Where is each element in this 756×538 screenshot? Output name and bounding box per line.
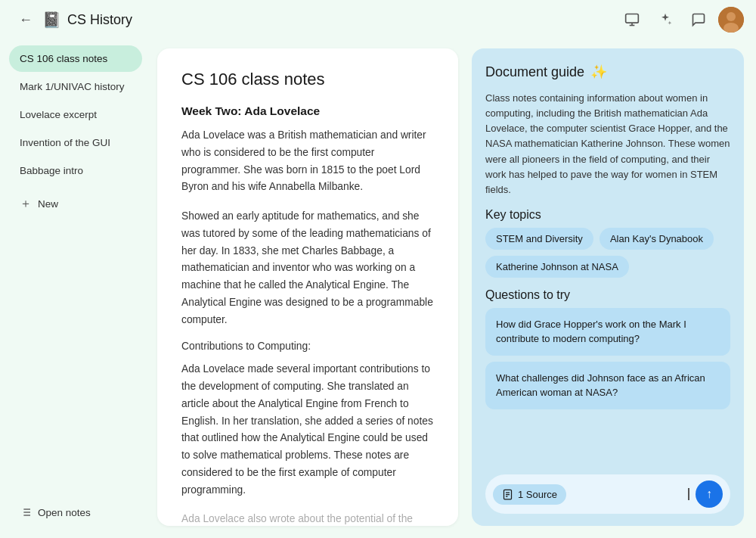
chat-input[interactable] [572, 488, 687, 500]
notebook-icon: 📓 [42, 11, 61, 29]
main-document: CS 106 class notes Week Two: Ada Lovelac… [157, 48, 458, 526]
back-button[interactable]: ← [12, 6, 39, 33]
topic-stem[interactable]: STEM and Diversity [485, 228, 593, 250]
input-field-area[interactable] [572, 488, 689, 500]
section-title: Week Two: Ada Lovelace [181, 104, 434, 118]
topic-katherine[interactable]: Katherine Johnson at NASA [485, 256, 629, 278]
document-title: CS 106 class notes [181, 70, 434, 89]
sidebar-item-gui[interactable]: Invention of the GUI [9, 129, 142, 156]
svg-rect-0 [626, 14, 639, 23]
document-guide-panel: Document guide ✨ Class notes containing … [472, 48, 744, 526]
guide-title: Document guide [485, 64, 584, 80]
guide-header: Document guide ✨ [485, 64, 730, 80]
contributions-heading: Contributions to Computing: [181, 341, 434, 352]
paragraph-2: Showed an early aptitude for mathematics… [181, 208, 434, 328]
paragraph-4: Ada Lovelace also wrote about the potent… [181, 511, 434, 526]
questions-section: Questions to try How did Grace Hopper's … [485, 288, 730, 415]
lines-icon [20, 506, 32, 518]
paragraph-1: Ada Lovelace was a British mathematician… [181, 127, 434, 196]
plus-icon: ＋ [20, 196, 32, 212]
content-area: CS 106 class notes Week Two: Ada Lovelac… [151, 39, 756, 538]
ai-button[interactable] [652, 6, 679, 33]
sidebar-bottom: Open notes [9, 493, 142, 532]
sidebar: CS 106 class notes Mark 1/UNIVAC history… [0, 39, 151, 538]
topic-alan[interactable]: Alan Kay's Dynabook [600, 228, 714, 250]
question-2[interactable]: What challenges did Johnson face as an A… [485, 362, 730, 409]
questions-header: Questions to try [485, 288, 730, 302]
paragraph-3: Ada Lovelace made several important cont… [181, 361, 434, 499]
sidebar-item-lovelace[interactable]: Lovelace excerpt [9, 101, 142, 128]
new-note-button[interactable]: ＋ New [9, 188, 142, 219]
input-bar: 1 Source ↑ [485, 474, 730, 514]
send-button[interactable]: ↑ [696, 480, 723, 508]
key-topics-section: Key topics STEM and Diversity Alan Kay's… [485, 208, 730, 278]
guide-description: Class notes containing information about… [485, 91, 730, 197]
source-button[interactable]: 1 Source [493, 484, 566, 505]
source-label: 1 Source [518, 489, 557, 500]
nav-logo: 📓 CS History [42, 11, 132, 29]
text-cursor [688, 488, 689, 500]
svg-point-4 [727, 12, 736, 21]
document-icon [502, 489, 513, 500]
chat-button[interactable] [685, 6, 712, 33]
sparkle-icon: ✨ [590, 64, 607, 80]
present-button[interactable] [618, 6, 646, 33]
sidebar-item-cs106[interactable]: CS 106 class notes [9, 45, 142, 72]
question-1[interactable]: How did Grace Hopper's work on the Mark … [485, 308, 730, 356]
key-topics-header: Key topics [485, 208, 730, 222]
topics-chips: STEM and Diversity Alan Kay's Dynabook K… [485, 228, 730, 278]
main-layout: CS 106 class notes Mark 1/UNIVAC history… [0, 39, 756, 538]
open-notes-button[interactable]: Open notes [9, 499, 142, 526]
open-notes-label: Open notes [38, 507, 91, 518]
new-label: New [38, 198, 58, 210]
nav-actions [618, 6, 744, 33]
avatar[interactable] [718, 7, 744, 33]
top-nav: ← 📓 CS History [0, 0, 756, 39]
sidebar-item-mark1[interactable]: Mark 1/UNIVAC history [9, 73, 142, 100]
app-title: CS History [67, 12, 132, 28]
sidebar-item-babbage[interactable]: Babbage intro [9, 157, 142, 184]
